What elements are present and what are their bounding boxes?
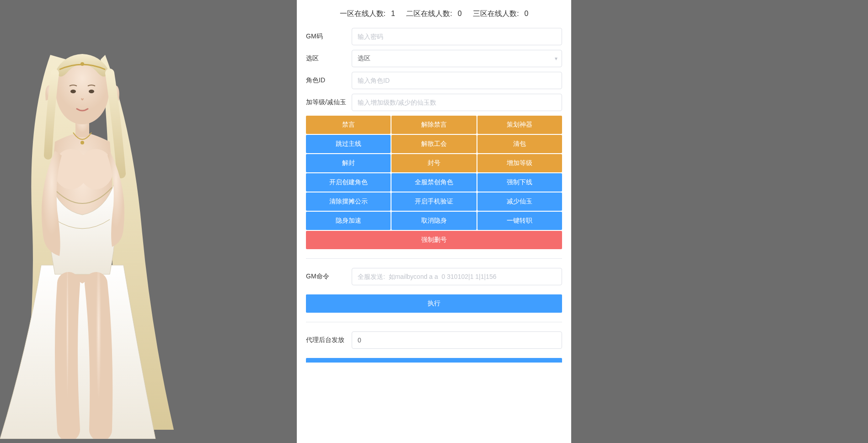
plan-artifact-button[interactable]: 策划神器: [477, 116, 562, 134]
open-phone-verify-button[interactable]: 开启手机验证: [391, 192, 476, 211]
zone-label: 选区: [306, 54, 352, 63]
svg-point-4: [80, 62, 84, 66]
clear-stall-button[interactable]: 清除摆摊公示: [306, 192, 391, 211]
action-buttons: 禁言 解除禁言 策划神器 跳过主线 解散工会 清包 解封 封号 增加等级 开启创…: [306, 116, 562, 249]
zone3-count: 0: [525, 10, 529, 17]
one-key-transfer-button[interactable]: 一键转职: [477, 212, 562, 230]
role-id-input[interactable]: [352, 72, 562, 89]
gm-panel: 一区在线人数:1 二区在线人数:0 三区在线人数:0 GM码 选区 ▾ 角色ID…: [297, 0, 571, 443]
gm-cmd-label: GM命令: [306, 272, 352, 281]
gm-cmd-input[interactable]: [352, 268, 562, 285]
agent-execute-button-partial[interactable]: [306, 358, 562, 363]
global-ban-create-button[interactable]: 全服禁创角色: [391, 173, 476, 192]
zone1-label: 一区在线人数:: [340, 10, 386, 17]
agent-label: 代理后台发放: [306, 336, 352, 344]
cancel-stealth-button[interactable]: 取消隐身: [391, 212, 476, 230]
svg-point-6: [89, 90, 94, 93]
zone3-label: 三区在线人数:: [473, 10, 519, 17]
gm-code-label: GM码: [306, 32, 352, 41]
reduce-jade-button[interactable]: 减少仙玉: [477, 192, 562, 211]
dissolve-guild-button[interactable]: 解散工会: [391, 135, 476, 153]
open-create-button[interactable]: 开启创建角色: [306, 173, 391, 192]
zone2-count: 0: [458, 10, 462, 17]
zone-select[interactable]: [352, 50, 562, 67]
online-counts: 一区在线人数:1 二区在线人数:0 三区在线人数:0: [306, 9, 562, 19]
execute-button[interactable]: 执行: [306, 294, 562, 313]
svg-point-7: [80, 141, 84, 144]
stealth-speed-button[interactable]: 隐身加速: [306, 212, 391, 230]
svg-point-1: [79, 149, 113, 189]
clear-bag-button[interactable]: 清包: [477, 135, 562, 153]
zone2-label: 二区在线人数:: [406, 10, 452, 17]
level-input[interactable]: [352, 94, 562, 111]
divider-2: [306, 322, 562, 322]
gm-code-input[interactable]: [352, 28, 562, 45]
role-id-label: 角色ID: [306, 76, 352, 85]
divider: [306, 258, 562, 259]
character-illustration: [0, 27, 192, 439]
zone1-count: 1: [391, 10, 395, 17]
force-offline-button[interactable]: 强制下线: [477, 173, 562, 192]
svg-point-3: [56, 59, 109, 124]
level-label: 加等级/减仙玉: [306, 98, 352, 107]
ban-button[interactable]: 封号: [391, 154, 476, 172]
svg-rect-2: [75, 114, 89, 137]
agent-input[interactable]: [352, 331, 562, 349]
unban-button[interactable]: 解封: [306, 154, 391, 172]
force-delete-button[interactable]: 强制删号: [306, 231, 562, 249]
add-level-button[interactable]: 增加等级: [477, 154, 562, 172]
svg-point-0: [54, 149, 88, 189]
skip-main-button[interactable]: 跳过主线: [306, 135, 391, 153]
unmute-button[interactable]: 解除禁言: [391, 116, 476, 134]
mute-button[interactable]: 禁言: [306, 116, 391, 134]
svg-point-5: [70, 90, 76, 93]
